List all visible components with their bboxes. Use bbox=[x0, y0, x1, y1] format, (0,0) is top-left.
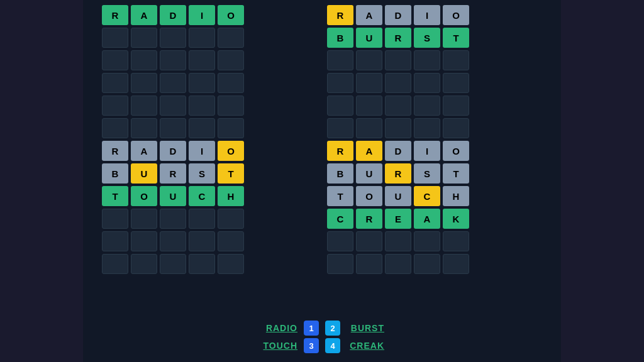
row-6 bbox=[102, 118, 317, 138]
cell: T bbox=[443, 163, 469, 184]
cell bbox=[131, 50, 157, 70]
row-r2: B U R S T bbox=[327, 28, 542, 48]
cell bbox=[160, 231, 186, 251]
cell bbox=[102, 28, 128, 48]
cell bbox=[189, 96, 215, 116]
cell: A bbox=[414, 209, 440, 229]
cell bbox=[385, 231, 411, 251]
cell: S bbox=[414, 163, 440, 184]
word-radio[interactable]: RADIO bbox=[260, 323, 297, 333]
cell bbox=[131, 28, 157, 48]
cell bbox=[356, 73, 382, 93]
badge-1: 1 bbox=[304, 321, 319, 336]
cell bbox=[443, 73, 469, 93]
game-footer: RADIO 1 2 BURST TOUCH 3 4 CREAK bbox=[260, 315, 384, 356]
cell bbox=[443, 50, 469, 70]
cell bbox=[102, 231, 128, 251]
word-burst[interactable]: BURST bbox=[347, 323, 384, 333]
cell bbox=[102, 254, 128, 274]
cell bbox=[102, 209, 128, 229]
row-3 bbox=[102, 50, 317, 70]
cell: A bbox=[131, 5, 157, 25]
row-12 bbox=[102, 254, 317, 274]
badge-4: 4 bbox=[325, 338, 340, 353]
cell: O bbox=[356, 186, 382, 206]
cell: U bbox=[160, 186, 186, 206]
cell: O bbox=[443, 5, 469, 25]
row-10 bbox=[102, 209, 317, 229]
cell bbox=[189, 209, 215, 229]
boards-area: R A D I O bbox=[83, 5, 561, 315]
row-r9: T O U C H bbox=[327, 186, 542, 206]
row-9: T O U C H bbox=[102, 186, 317, 206]
word-touch[interactable]: TOUCH bbox=[260, 341, 297, 351]
cell bbox=[385, 50, 411, 70]
cell bbox=[443, 96, 469, 116]
cell: B bbox=[102, 163, 128, 184]
cell: R bbox=[356, 209, 382, 229]
cell bbox=[131, 209, 157, 229]
cell: K bbox=[443, 209, 469, 229]
cell: U bbox=[385, 186, 411, 206]
cell: O bbox=[218, 5, 244, 25]
cell: A bbox=[356, 5, 382, 25]
cell: B bbox=[327, 28, 353, 48]
cell: R bbox=[385, 163, 411, 184]
row-r8: B U R S T bbox=[327, 163, 542, 184]
cell: U bbox=[356, 28, 382, 48]
cell bbox=[327, 73, 353, 93]
cell bbox=[189, 73, 215, 93]
cell bbox=[131, 254, 157, 274]
cell bbox=[385, 96, 411, 116]
cell bbox=[356, 118, 382, 138]
cell bbox=[189, 50, 215, 70]
cell: O bbox=[218, 141, 244, 161]
cell bbox=[218, 96, 244, 116]
word-creak[interactable]: CREAK bbox=[347, 341, 384, 351]
cell: R bbox=[160, 163, 186, 184]
row-8: B U R S T bbox=[102, 163, 317, 184]
game-container: R A D I O bbox=[83, 0, 561, 362]
cell: I bbox=[414, 5, 440, 25]
cell bbox=[102, 96, 128, 116]
cell: U bbox=[356, 163, 382, 184]
row-7: R A D I O bbox=[102, 141, 317, 161]
cell: R bbox=[102, 141, 128, 161]
cell bbox=[385, 254, 411, 274]
row-2 bbox=[102, 28, 317, 48]
cell: O bbox=[443, 141, 469, 161]
cell bbox=[327, 118, 353, 138]
cell bbox=[414, 50, 440, 70]
cell bbox=[327, 254, 353, 274]
cell bbox=[385, 118, 411, 138]
cell: T bbox=[102, 186, 128, 206]
cell bbox=[189, 118, 215, 138]
cell bbox=[356, 254, 382, 274]
cell: I bbox=[189, 5, 215, 25]
cell: I bbox=[414, 141, 440, 161]
cell bbox=[102, 50, 128, 70]
row-r11 bbox=[327, 231, 542, 251]
row-r6 bbox=[327, 118, 542, 138]
row-1: R A D I O bbox=[102, 5, 317, 25]
cell: U bbox=[131, 163, 157, 184]
cell bbox=[189, 254, 215, 274]
cell bbox=[102, 118, 128, 138]
row-r1: R A D I O bbox=[327, 5, 542, 25]
cell bbox=[414, 96, 440, 116]
cell bbox=[131, 118, 157, 138]
cell bbox=[385, 73, 411, 93]
cell bbox=[131, 96, 157, 116]
cell: D bbox=[385, 141, 411, 161]
cell: C bbox=[327, 209, 353, 229]
cell: T bbox=[443, 28, 469, 48]
cell: A bbox=[131, 141, 157, 161]
cell bbox=[218, 254, 244, 274]
cell bbox=[131, 73, 157, 93]
cell: O bbox=[131, 186, 157, 206]
row-r3 bbox=[327, 50, 542, 70]
cell: D bbox=[160, 5, 186, 25]
cell: E bbox=[385, 209, 411, 229]
cell: S bbox=[414, 28, 440, 48]
cell: H bbox=[443, 186, 469, 206]
